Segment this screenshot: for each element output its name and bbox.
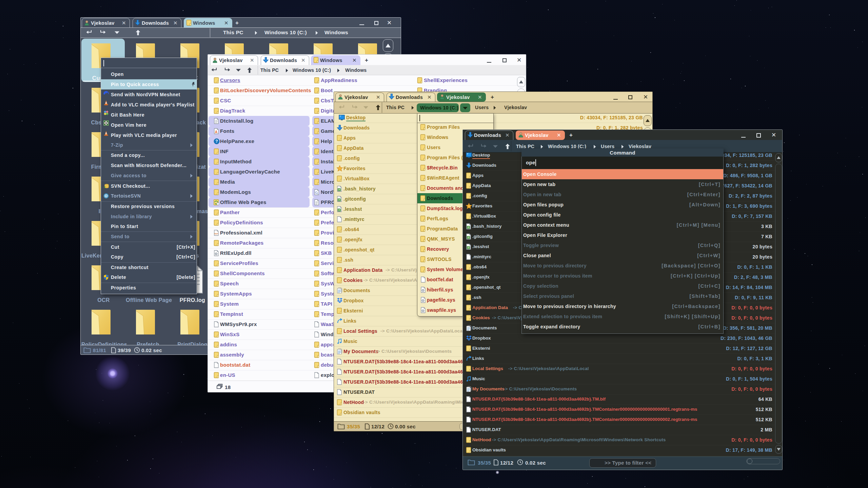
svg-text:A: A: [215, 130, 217, 134]
svg-text:<e>: <e>: [214, 232, 218, 235]
svg-text:?: ?: [215, 139, 218, 144]
svg-text:V: V: [105, 122, 107, 124]
